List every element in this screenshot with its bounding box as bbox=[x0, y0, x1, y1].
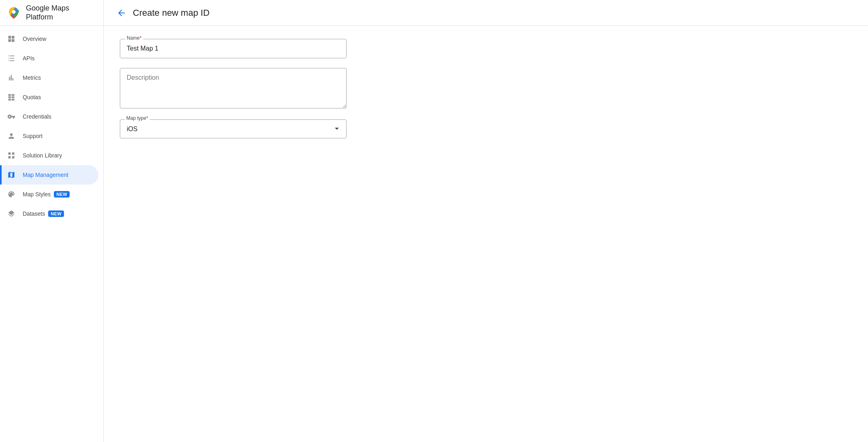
sidebar-item-overview[interactable]: Overview bbox=[0, 29, 98, 49]
sidebar-item-apis-label: APIs bbox=[23, 55, 35, 62]
map-type-label: Map type* bbox=[125, 115, 150, 121]
back-arrow-icon bbox=[117, 8, 126, 18]
sidebar-header: Google Maps Platform bbox=[0, 0, 103, 26]
layers-icon bbox=[6, 209, 16, 219]
main-content-area: Create new map ID Name* Map type* J bbox=[104, 0, 868, 442]
map-icon bbox=[6, 170, 16, 180]
grid-icon bbox=[6, 34, 16, 44]
app-logo bbox=[6, 6, 21, 20]
sidebar-item-metrics[interactable]: Metrics bbox=[0, 68, 98, 87]
sidebar-item-quotas[interactable]: Quotas bbox=[0, 87, 98, 107]
map-type-select-wrapper: Map type* JavaScript Android iOS bbox=[120, 119, 347, 138]
name-field-wrapper: Name* bbox=[120, 39, 452, 58]
sidebar-item-map-styles-label: Map Styles bbox=[23, 191, 51, 198]
active-indicator bbox=[0, 165, 2, 185]
sidebar-item-credentials-label: Credentials bbox=[23, 113, 51, 120]
name-field-border: Name* bbox=[120, 39, 347, 58]
main-header: Create new map ID bbox=[104, 0, 868, 26]
name-input[interactable] bbox=[120, 39, 346, 58]
svg-point-1 bbox=[12, 10, 16, 13]
sidebar-item-metrics-label: Metrics bbox=[23, 74, 41, 81]
name-label: Name* bbox=[125, 35, 143, 41]
sidebar-item-datasets[interactable]: Datasets NEW bbox=[0, 204, 98, 223]
sidebar-item-solution-library-label: Solution Library bbox=[23, 152, 62, 159]
map-styles-new-badge: NEW bbox=[54, 191, 70, 198]
sidebar-item-support-label: Support bbox=[23, 133, 43, 139]
back-button[interactable] bbox=[113, 5, 130, 21]
sidebar-item-map-management[interactable]: Map Management bbox=[0, 165, 98, 185]
description-field-wrapper bbox=[120, 68, 452, 110]
map-type-field-wrapper: Map type* JavaScript Android iOS bbox=[120, 119, 452, 138]
sidebar-item-overview-label: Overview bbox=[23, 36, 46, 42]
key-icon bbox=[6, 112, 16, 121]
table-icon bbox=[6, 92, 16, 102]
palette-icon bbox=[6, 189, 16, 199]
create-map-id-form: Name* Map type* JavaScript Android iOS bbox=[104, 26, 468, 161]
person-icon bbox=[6, 131, 16, 141]
sidebar-item-map-styles[interactable]: Map Styles NEW bbox=[0, 185, 98, 204]
sidebar-item-quotas-label: Quotas bbox=[23, 94, 41, 100]
sidebar-item-datasets-label: Datasets bbox=[23, 210, 45, 217]
description-textarea[interactable] bbox=[120, 68, 347, 108]
sidebar-item-credentials[interactable]: Credentials bbox=[0, 107, 98, 126]
sidebar-item-map-management-label: Map Management bbox=[23, 172, 68, 178]
sidebar: Google Maps Platform Overview APIs Metri… bbox=[0, 0, 104, 442]
chart-icon bbox=[6, 73, 16, 83]
sidebar-item-apis[interactable]: APIs bbox=[0, 49, 98, 68]
sidebar-nav: Overview APIs Metrics Quotas bbox=[0, 26, 103, 442]
apps-icon bbox=[6, 151, 16, 160]
app-title: Google Maps Platform bbox=[26, 4, 97, 21]
map-type-select[interactable]: JavaScript Android iOS bbox=[120, 119, 347, 138]
page-title: Create new map ID bbox=[133, 8, 210, 18]
datasets-new-badge: NEW bbox=[48, 210, 64, 217]
sidebar-item-support[interactable]: Support bbox=[0, 126, 98, 146]
sidebar-item-solution-library[interactable]: Solution Library bbox=[0, 146, 98, 165]
list-icon bbox=[6, 53, 16, 63]
